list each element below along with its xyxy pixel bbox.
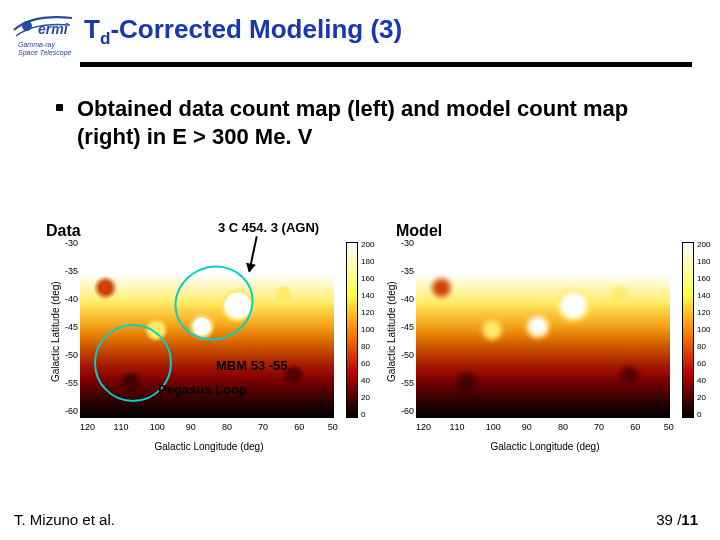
mbm-annotation: MBM 53 -55 <box>216 358 288 373</box>
bullet-item: Obtained data count map (left) and model… <box>56 95 676 150</box>
pegasus-annotation: Pegasus Loop <box>158 382 247 397</box>
ylabel: Galactic Latitude (deg) <box>50 281 61 382</box>
svg-point-0 <box>22 21 32 31</box>
model-colorbar: 200 180 160 140 120 100 80 60 40 20 0 <box>682 242 694 418</box>
data-colorbar: 200 180 160 140 120 100 80 60 40 20 0 <box>346 242 358 418</box>
data-x-axis: Galactic Longitude (deg) 120 110 100 90 … <box>80 420 338 452</box>
xlabel: Galactic Longitude (deg) <box>155 441 264 452</box>
logo-caption: Gamma-ray Space Telescope <box>18 41 71 56</box>
page-number: 39 /11 <box>656 511 698 528</box>
model-x-axis: Galactic Longitude (deg) 120 110 100 90 … <box>416 420 674 452</box>
agn-annotation: 3 C 454. 3 (AGN) <box>218 220 319 235</box>
bullet-marker <box>56 104 63 111</box>
data-y-axis: Galactic Latitude (deg) -30 -35 -40 -45 … <box>42 242 78 422</box>
model-heatmap <box>416 242 670 418</box>
slide-header: ermi Gamma-ray Space Telescope Td-Correc… <box>0 0 720 60</box>
footer-author: T. Mizuno et al. <box>14 511 115 528</box>
svg-text:ermi: ermi <box>38 21 69 37</box>
title-rule <box>80 62 692 67</box>
bullet-text: Obtained data count map (left) and model… <box>77 95 676 150</box>
fermi-logo: ermi Gamma-ray Space Telescope <box>8 8 78 56</box>
page-title: Td-Corrected Modeling (3) <box>84 14 402 49</box>
model-heatmap-panel: Galactic Latitude (deg) -30 -35 -40 -45 … <box>416 242 670 418</box>
model-y-axis: Galactic Latitude (deg) -30 -35 -40 -45 … <box>378 242 414 422</box>
